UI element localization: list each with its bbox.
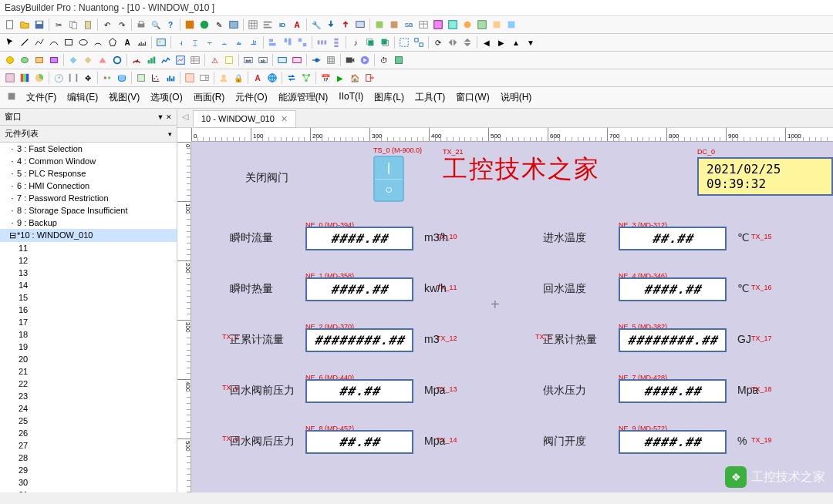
direct-icon[interactable] (290, 53, 304, 67)
dataview-icon[interactable] (188, 53, 202, 67)
help-icon[interactable]: ? (164, 18, 177, 32)
move-icon[interactable]: ✥ (81, 71, 95, 85)
col-icon[interactable] (18, 71, 32, 85)
id-icon[interactable]: ID (275, 18, 289, 32)
panel-dropdown-icon[interactable]: ▼ ✕ (157, 113, 172, 121)
rot-icon[interactable]: ⟳ (431, 35, 445, 49)
obj2-icon[interactable] (387, 18, 401, 32)
al-hcenter-icon[interactable]: ⌶ (188, 35, 202, 49)
tab-prev-icon[interactable]: ◁ (180, 109, 190, 127)
shape2-icon[interactable] (81, 53, 95, 67)
polygon-icon[interactable] (106, 35, 120, 49)
scale-icon[interactable] (135, 35, 149, 49)
sched-icon[interactable]: 📅 (319, 71, 332, 85)
lang-icon[interactable] (265, 71, 279, 85)
menu-screen[interactable]: 画面(R) (191, 89, 228, 106)
numeric-field[interactable]: ####.## (619, 379, 727, 403)
numeric-field[interactable]: ####.## (305, 227, 413, 250)
tree-item[interactable]: 18 (0, 328, 177, 341)
simulate-icon[interactable] (197, 18, 211, 32)
sb-icon[interactable]: SB (402, 18, 416, 32)
panel-dropdown2-icon[interactable]: ▾ (168, 130, 172, 138)
polyline-icon[interactable] (32, 35, 46, 49)
tree-item[interactable]: ·4 : Common Window (0, 155, 177, 167)
cursor-icon[interactable] (3, 35, 17, 49)
design-canvas[interactable]: TS_0 (M-900.0) | ○ 关闭阀门 TX_21 工控技术之家 DC_… (191, 142, 833, 492)
tree-item[interactable]: 17 (0, 316, 177, 328)
table-icon[interactable] (416, 18, 430, 32)
numeric-field[interactable]: ####.## (305, 277, 413, 301)
nudge-r-icon[interactable]: ▶ (494, 35, 508, 49)
menu-view[interactable]: 视图(V) (106, 89, 143, 106)
al-vcenter-icon[interactable]: ⫨ (232, 35, 246, 49)
numeric-field[interactable]: ##.## (305, 379, 413, 403)
tree-item[interactable]: 26 (0, 427, 177, 439)
numeric-field[interactable]: ########.## (305, 328, 413, 352)
keypad-icon[interactable] (324, 53, 338, 67)
combo-icon[interactable] (197, 71, 211, 85)
flip-h-icon[interactable] (446, 35, 460, 49)
lamp-icon[interactable] (3, 53, 17, 67)
img-icon[interactable] (154, 35, 168, 49)
font-a-icon[interactable]: A (251, 71, 265, 85)
tree-item[interactable]: 16 (0, 304, 177, 316)
tab-window-010[interactable]: 10 - WINDOW_010✕ (193, 110, 296, 127)
al-bottom-icon[interactable]: ⫡ (247, 35, 261, 49)
tree-item[interactable]: 29 (0, 464, 177, 476)
menu-help[interactable]: 说明(H) (497, 89, 535, 106)
numeric-field[interactable]: ####.## (619, 430, 727, 454)
scroll-icon[interactable] (66, 71, 80, 85)
menu-library[interactable]: 图库(L) (371, 89, 407, 106)
find-icon[interactable]: 🔍 (149, 18, 163, 32)
screen-icon[interactable] (353, 18, 367, 32)
new-icon[interactable] (3, 18, 17, 32)
samesz-icon[interactable] (295, 35, 309, 49)
func-icon[interactable] (183, 71, 197, 85)
al-left-icon[interactable]: ⫞ (174, 35, 187, 49)
ascii-icon[interactable]: ab (256, 53, 270, 67)
parts-panel-header[interactable]: 元件列表 ▾ (0, 126, 177, 143)
flip-v-icon[interactable] (460, 35, 474, 49)
tree-item[interactable]: ·6 : HMI Connection (0, 180, 177, 192)
obj1-icon[interactable] (373, 18, 386, 32)
run-icon[interactable]: ▶ (333, 71, 347, 85)
tree-item[interactable]: 31 (0, 489, 177, 492)
paste-icon[interactable] (81, 18, 95, 32)
tree-item[interactable]: ·7 : Password Restriction (0, 192, 177, 204)
samew-icon[interactable] (266, 35, 280, 49)
hist-icon[interactable] (164, 71, 177, 85)
tree-item[interactable]: 14 (0, 279, 177, 291)
undo-icon[interactable]: ↶ (100, 18, 114, 32)
curve-icon[interactable] (47, 35, 61, 49)
vspace-icon[interactable] (329, 35, 343, 49)
tree-item[interactable]: ·8 : Storage Space Insufficient (0, 204, 177, 217)
slider-icon[interactable] (309, 53, 323, 67)
tree-item[interactable]: 12 (0, 254, 177, 267)
save-icon[interactable] (32, 18, 46, 32)
date-clock[interactable]: 2021/02/25 09:39:32 (697, 157, 833, 196)
tree-item[interactable]: 20 (0, 353, 177, 365)
tool5-icon[interactable] (475, 18, 489, 32)
meter-icon[interactable] (130, 53, 143, 67)
multi-icon[interactable] (47, 53, 61, 67)
sendb-icon[interactable] (378, 35, 392, 49)
text-icon[interactable]: A (120, 35, 134, 49)
menu-tools[interactable]: 工具(T) (412, 89, 448, 106)
shape3-icon[interactable] (96, 53, 110, 67)
menu-energy[interactable]: 能源管理(N) (275, 89, 332, 106)
macro-icon[interactable] (392, 53, 406, 67)
alarm-icon[interactable]: ⚠ (207, 53, 221, 67)
tree-item[interactable]: ⊟*10 : WINDOW_010 (0, 229, 177, 242)
bar-icon[interactable] (144, 53, 158, 67)
al-top-icon[interactable]: ⫠ (218, 35, 231, 49)
num-icon[interactable]: ## (241, 53, 255, 67)
tree-item[interactable]: 19 (0, 341, 177, 353)
bringf-icon[interactable] (363, 35, 377, 49)
rect-icon[interactable] (62, 35, 76, 49)
sys-icon[interactable] (3, 71, 17, 85)
menu-file[interactable]: 文件(F) (23, 89, 59, 106)
tool6-icon[interactable] (490, 18, 504, 32)
event-icon[interactable] (222, 53, 236, 67)
tool-icon[interactable]: 🔧 (309, 18, 323, 32)
tree-item[interactable]: 23 (0, 390, 177, 402)
